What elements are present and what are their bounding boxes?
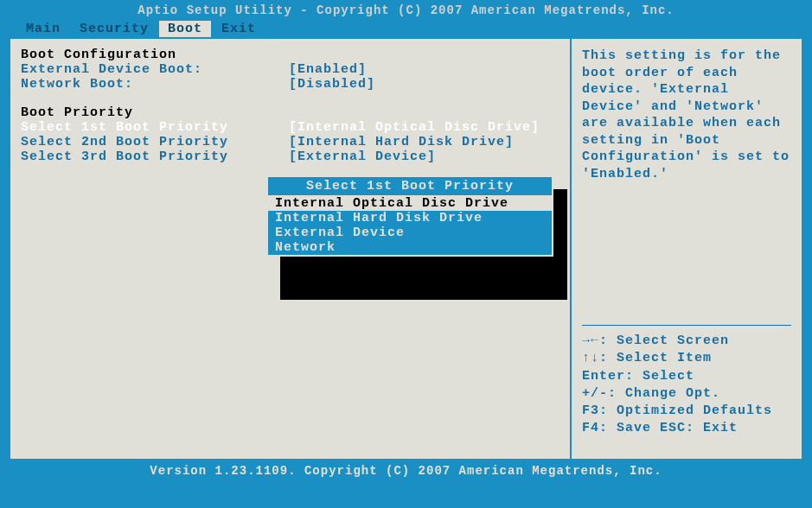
first-boot-priority-row[interactable]: Select 1st Boot Priority [Internal Optic… bbox=[21, 120, 559, 135]
boot-priority-header: Boot Priority bbox=[21, 105, 559, 120]
external-device-boot-row[interactable]: External Device Boot: [Enabled] bbox=[21, 62, 559, 77]
popup-option-external[interactable]: External Device bbox=[268, 225, 552, 240]
third-boot-priority-label: Select 3rd Boot Priority bbox=[21, 149, 289, 164]
header-title: Aptio Setup Utility - Copyright (C) 2007… bbox=[0, 0, 812, 21]
first-boot-priority-value: [Internal Optical Disc Drive] bbox=[289, 120, 559, 135]
popup-title: Select 1st Boot Priority bbox=[268, 177, 552, 196]
network-boot-value: [Disabled] bbox=[289, 77, 559, 92]
hint-enter: Enter: Select bbox=[582, 368, 791, 385]
hint-select-item: ↑↓: Select Item bbox=[582, 350, 791, 367]
tab-exit[interactable]: Exit bbox=[213, 21, 265, 37]
hint-select-screen: →←: Select Screen bbox=[582, 333, 791, 350]
tab-security[interactable]: Security bbox=[71, 21, 157, 37]
external-device-boot-value: [Enabled] bbox=[289, 62, 559, 77]
external-device-boot-label: External Device Boot: bbox=[21, 62, 289, 77]
first-boot-priority-label: Select 1st Boot Priority bbox=[21, 120, 289, 135]
second-boot-priority-value: [Internal Hard Disk Drive] bbox=[289, 135, 559, 149]
boot-config-header: Boot Configuration bbox=[21, 48, 559, 62]
popup-option-network[interactable]: Network bbox=[268, 240, 552, 255]
key-hints: →←: Select Screen ↑↓: Select Item Enter:… bbox=[582, 333, 791, 438]
popup-option-hdd[interactable]: Internal Hard Disk Drive bbox=[268, 211, 552, 225]
second-boot-priority-label: Select 2nd Boot Priority bbox=[21, 135, 289, 149]
popup-items: Internal Optical Disc Drive Internal Har… bbox=[268, 196, 552, 255]
network-boot-row[interactable]: Network Boot: [Disabled] bbox=[21, 77, 559, 92]
third-boot-priority-row[interactable]: Select 3rd Boot Priority [External Devic… bbox=[21, 149, 559, 164]
network-boot-label: Network Boot: bbox=[21, 77, 289, 92]
hint-f4-esc: F4: Save ESC: Exit bbox=[582, 420, 791, 437]
settings-panel: Boot Configuration External Device Boot:… bbox=[9, 37, 570, 460]
second-boot-priority-row[interactable]: Select 2nd Boot Priority [Internal Hard … bbox=[21, 135, 559, 149]
boot-priority-popup: Select 1st Boot Priority Internal Optica… bbox=[266, 175, 553, 257]
main-area: Boot Configuration External Device Boot:… bbox=[9, 37, 803, 460]
hint-f3: F3: Optimized Defaults bbox=[582, 403, 791, 420]
tab-main[interactable]: Main bbox=[17, 21, 69, 37]
footer-text: Version 1.23.1109. Copyright (C) 2007 Am… bbox=[0, 460, 812, 481]
hint-change-opt: +/-: Change Opt. bbox=[582, 385, 791, 403]
bios-screen: Aptio Setup Utility - Copyright (C) 2007… bbox=[0, 0, 812, 508]
popup-option-optical[interactable]: Internal Optical Disc Drive bbox=[268, 196, 552, 211]
help-text: This setting is for the boot order of ea… bbox=[582, 48, 791, 182]
tab-bar: Main Security Boot Exit bbox=[0, 21, 812, 37]
third-boot-priority-value: [External Device] bbox=[289, 149, 559, 164]
tab-boot[interactable]: Boot bbox=[159, 21, 211, 37]
help-divider bbox=[582, 325, 791, 326]
help-panel: This setting is for the boot order of ea… bbox=[570, 37, 803, 460]
